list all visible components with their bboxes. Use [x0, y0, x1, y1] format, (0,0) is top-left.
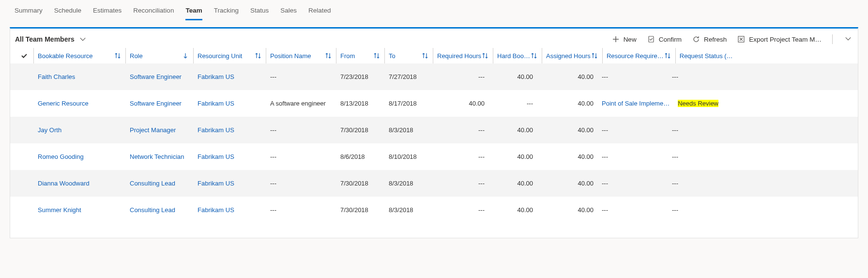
tab-schedule[interactable]: Schedule	[54, 5, 81, 19]
table-row[interactable]: Summer KnightConsulting LeadFabrikam US-…	[10, 197, 858, 223]
confirm-label: Confirm	[659, 36, 682, 43]
export-button[interactable]: Export Project Team M…	[737, 35, 822, 43]
cell-value[interactable]: Fabrikam US	[198, 206, 234, 214]
cell: 8/17/2018	[384, 97, 433, 110]
cell-value[interactable]: Software Engineer	[130, 100, 182, 107]
col-assigned-hours[interactable]: Assigned Hours	[542, 48, 602, 63]
cell-value[interactable]: Network Technician	[130, 153, 184, 160]
tab-estimates[interactable]: Estimates	[93, 5, 122, 19]
col-to[interactable]: To	[384, 48, 433, 63]
cell: 40.00	[537, 70, 597, 83]
col-resourcing-unit[interactable]: Resourcing Unit	[193, 48, 266, 63]
cell-value[interactable]: Project Manager	[130, 126, 176, 134]
cell-value[interactable]: Point of Sale Impleme…	[602, 100, 670, 107]
tab-reconciliation[interactable]: Reconciliation	[133, 5, 174, 19]
confirm-button[interactable]: Confirm	[647, 35, 682, 43]
select-all-column[interactable]	[15, 48, 33, 63]
cell-value[interactable]: Consulting Lead	[130, 180, 175, 187]
cell: Faith Charles	[33, 70, 125, 83]
cell-value[interactable]: Consulting Lead	[130, 206, 175, 214]
cell-value[interactable]: Fabrikam US	[198, 126, 234, 134]
cell-value[interactable]: Fabrikam US	[198, 153, 234, 160]
cell-value[interactable]: Romeo Gooding	[38, 153, 84, 160]
cell: Dianna Woodward	[33, 177, 125, 190]
sort-icon	[481, 52, 489, 60]
col-role[interactable]: Role	[125, 48, 193, 63]
tab-team[interactable]: Team	[185, 5, 202, 20]
cell: 40.00	[488, 150, 537, 163]
new-button[interactable]: New	[612, 35, 637, 43]
subgrid-header: All Team Members New Confirm	[10, 31, 858, 48]
tab-tracking[interactable]: Tracking	[214, 5, 239, 19]
cell: Fabrikam US	[193, 70, 266, 83]
cell: Fabrikam US	[193, 177, 266, 190]
cell: 7/23/2018	[336, 70, 384, 83]
table-row[interactable]: Romeo GoodingNetwork TechnicianFabrikam …	[10, 143, 858, 170]
check-icon	[20, 52, 28, 60]
sort-icon	[591, 52, 598, 60]
tab-status[interactable]: Status	[250, 5, 269, 19]
cell: ---	[433, 203, 488, 216]
cell-value: ---	[527, 100, 533, 107]
cell: Network Technician	[125, 150, 193, 163]
sort-icon	[254, 52, 262, 60]
cell-value[interactable]: Dianna Woodward	[38, 180, 90, 187]
cell-value[interactable]: Faith Charles	[38, 73, 75, 80]
cell-value: 40.00	[578, 100, 594, 107]
col-required-hours[interactable]: Required Hours	[433, 48, 493, 63]
sort-icon	[421, 52, 429, 60]
cell: ---	[488, 97, 537, 110]
cell: ---	[266, 124, 336, 137]
cell: Point of Sale Impleme…	[597, 97, 673, 110]
more-commands-button[interactable]	[843, 35, 853, 44]
cell-value: 7/30/2018	[340, 180, 368, 187]
svg-rect-0	[649, 36, 654, 42]
grid-header-row: Bookable Resource Role Resourcing Unit P…	[10, 48, 858, 63]
cell-value[interactable]: Fabrikam US	[198, 100, 234, 107]
cell: ---	[433, 150, 488, 163]
cell-value: 40.00	[517, 206, 533, 214]
refresh-button[interactable]: Refresh	[692, 35, 727, 43]
cell-value[interactable]: Fabrikam US	[198, 73, 234, 80]
col-bookable-resource[interactable]: Bookable Resource	[33, 48, 125, 63]
cell-value: 40.00	[469, 100, 485, 107]
cell: Fabrikam US	[193, 150, 266, 163]
cell-value: 8/17/2018	[389, 100, 417, 107]
table-row[interactable]: Jay OrthProject ManagerFabrikam US---7/3…	[10, 117, 858, 143]
cell: 40.00	[488, 203, 537, 216]
table-row[interactable]: Generic ResourceSoftware EngineerFabrika…	[10, 90, 858, 117]
cell: 40.00	[488, 70, 537, 83]
cell-value[interactable]: Jay Orth	[38, 126, 61, 134]
cell-value[interactable]: Software Engineer	[130, 73, 182, 80]
tab-sales[interactable]: Sales	[280, 5, 297, 19]
cell-value: 40.00	[517, 73, 533, 80]
cell-value: ---	[270, 153, 276, 160]
cell-value: ---	[270, 73, 276, 80]
cell: Fabrikam US	[193, 97, 266, 110]
tab-summary[interactable]: Summary	[15, 5, 43, 19]
col-request-status[interactable]: Request Status (…	[675, 48, 737, 63]
cell-value: ---	[602, 180, 608, 187]
refresh-label: Refresh	[704, 36, 727, 43]
table-row[interactable]: Dianna WoodwardConsulting LeadFabrikam U…	[10, 170, 858, 197]
sort-icon	[530, 52, 538, 60]
cell-value: 7/27/2018	[389, 73, 417, 80]
col-resource-requirement[interactable]: Resource Require…	[602, 48, 675, 63]
cell-value[interactable]: Generic Resource	[38, 100, 89, 107]
record-tabs: SummaryScheduleEstimatesReconciliationTe…	[0, 0, 868, 20]
cell: 7/27/2018	[384, 70, 433, 83]
col-from[interactable]: From	[336, 48, 384, 63]
tab-related[interactable]: Related	[308, 5, 331, 19]
cell: ---	[433, 70, 488, 83]
col-position-name[interactable]: Position Name	[266, 48, 336, 63]
cell-value: ---	[602, 126, 608, 134]
cell: Generic Resource	[33, 97, 125, 110]
cell-value[interactable]: Fabrikam US	[198, 180, 234, 187]
cell-value[interactable]: Summer Knight	[38, 206, 81, 214]
view-selector[interactable]: All Team Members	[15, 35, 86, 43]
toolbar-divider	[832, 34, 833, 44]
cell-value: 40.00	[578, 180, 594, 187]
table-row[interactable]: Faith CharlesSoftware EngineerFabrikam U…	[10, 63, 858, 90]
cell: Summer Knight	[33, 203, 125, 216]
col-hard-booked[interactable]: Hard Boo…	[493, 48, 542, 63]
